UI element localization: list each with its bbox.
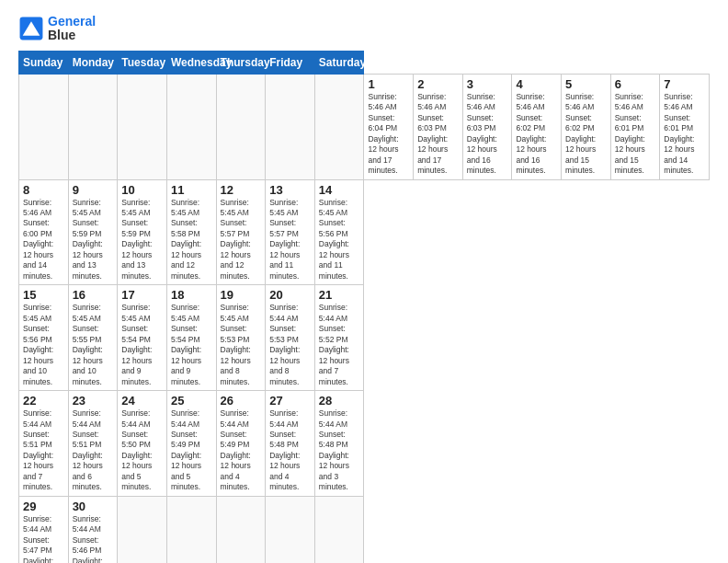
calendar-cell: [166, 74, 216, 179]
day-number: 7: [664, 77, 705, 91]
calendar-cell: 29Sunrise: 5:44 AMSunset: 5:47 PMDayligh…: [19, 496, 69, 563]
calendar-cell: [19, 74, 69, 179]
day-number: 9: [73, 183, 114, 197]
day-number: 23: [73, 394, 114, 408]
calendar-week-2: 8Sunrise: 5:46 AMSunset: 6:00 PMDaylight…: [19, 179, 710, 285]
weekday-header-tuesday: Tuesday: [118, 51, 167, 74]
weekday-header-sunday: Sunday: [19, 51, 69, 74]
day-info: Sunrise: 5:44 AMSunset: 5:51 PMDaylight:…: [23, 408, 53, 491]
weekday-header-monday: Monday: [68, 51, 118, 74]
calendar-cell: 21Sunrise: 5:44 AMSunset: 5:52 PMDayligh…: [314, 285, 364, 391]
day-info: Sunrise: 5:46 AMSunset: 6:01 PMDaylight:…: [664, 92, 694, 175]
calendar-cell: 24Sunrise: 5:44 AMSunset: 5:50 PMDayligh…: [118, 391, 167, 497]
day-number: 17: [121, 288, 163, 302]
day-number: 28: [319, 394, 360, 408]
calendar-cell: [314, 496, 364, 563]
day-number: 27: [269, 394, 311, 408]
day-number: 16: [73, 288, 114, 302]
day-number: 1: [368, 77, 409, 91]
day-number: 8: [23, 183, 64, 197]
calendar-cell: [166, 496, 216, 563]
day-info: Sunrise: 5:45 AMSunset: 5:56 PMDaylight:…: [319, 198, 349, 281]
calendar-cell: 19Sunrise: 5:45 AMSunset: 5:53 PMDayligh…: [216, 285, 266, 391]
calendar-week-5: 29Sunrise: 5:44 AMSunset: 5:47 PMDayligh…: [19, 496, 710, 563]
day-number: 30: [73, 500, 114, 513]
day-number: 29: [23, 500, 64, 513]
calendar-cell: 3Sunrise: 5:46 AMSunset: 6:03 PMDaylight…: [462, 74, 512, 179]
calendar-cell: [266, 496, 315, 563]
calendar-cell: 20Sunrise: 5:44 AMSunset: 5:53 PMDayligh…: [266, 285, 315, 391]
calendar-cell: 1Sunrise: 5:46 AMSunset: 6:04 PMDaylight…: [364, 74, 414, 179]
calendar-cell: 22Sunrise: 5:44 AMSunset: 5:51 PMDayligh…: [19, 391, 69, 497]
day-info: Sunrise: 5:45 AMSunset: 5:57 PMDaylight:…: [221, 198, 251, 281]
calendar-cell: 10Sunrise: 5:45 AMSunset: 5:59 PMDayligh…: [118, 179, 167, 285]
day-info: Sunrise: 5:46 AMSunset: 6:03 PMDaylight:…: [417, 92, 448, 175]
day-number: 6: [615, 77, 656, 91]
calendar-cell: 18Sunrise: 5:45 AMSunset: 5:54 PMDayligh…: [166, 285, 216, 391]
day-number: 22: [23, 394, 64, 408]
calendar-cell: [118, 74, 167, 179]
day-number: 12: [221, 183, 262, 197]
day-number: 21: [319, 288, 360, 302]
header: GeneralBlue: [18, 15, 710, 43]
calendar-cell: 2Sunrise: 5:46 AMSunset: 6:03 PMDaylight…: [414, 74, 463, 179]
day-info: Sunrise: 5:46 AMSunset: 6:02 PMDaylight:…: [565, 92, 596, 175]
day-number: 24: [121, 394, 163, 408]
calendar-week-1: 1Sunrise: 5:46 AMSunset: 6:04 PMDaylight…: [19, 74, 710, 179]
calendar-cell: 26Sunrise: 5:44 AMSunset: 5:49 PMDayligh…: [216, 391, 266, 497]
day-info: Sunrise: 5:44 AMSunset: 5:51 PMDaylight:…: [73, 408, 103, 491]
logo-text: GeneralBlue: [48, 15, 96, 43]
calendar-cell: 12Sunrise: 5:45 AMSunset: 5:57 PMDayligh…: [216, 179, 266, 285]
calendar-cell: 16Sunrise: 5:45 AMSunset: 5:55 PMDayligh…: [68, 285, 118, 391]
day-info: Sunrise: 5:45 AMSunset: 5:56 PMDaylight:…: [23, 303, 53, 385]
day-number: 15: [23, 288, 64, 302]
logo: GeneralBlue: [18, 15, 96, 43]
day-number: 19: [221, 288, 262, 302]
day-number: 10: [121, 183, 163, 197]
calendar-cell: 7Sunrise: 5:46 AMSunset: 6:01 PMDaylight…: [660, 74, 710, 179]
day-info: Sunrise: 5:45 AMSunset: 5:54 PMDaylight:…: [121, 303, 152, 385]
weekday-header-row: SundayMondayTuesdayWednesdayThursdayFrid…: [19, 51, 710, 74]
calendar-cell: 23Sunrise: 5:44 AMSunset: 5:51 PMDayligh…: [68, 391, 118, 497]
calendar-cell: 4Sunrise: 5:46 AMSunset: 6:02 PMDaylight…: [512, 74, 562, 179]
calendar-cell: 6Sunrise: 5:46 AMSunset: 6:01 PMDaylight…: [610, 74, 660, 179]
day-info: Sunrise: 5:46 AMSunset: 6:04 PMDaylight:…: [368, 92, 398, 175]
calendar-cell: [266, 74, 315, 179]
day-info: Sunrise: 5:44 AMSunset: 5:49 PMDaylight:…: [221, 408, 251, 491]
day-number: 11: [171, 183, 212, 197]
weekday-header-saturday: Saturday: [314, 51, 364, 74]
calendar-table: SundayMondayTuesdayWednesdayThursdayFrid…: [18, 51, 710, 563]
day-info: Sunrise: 5:45 AMSunset: 5:59 PMDaylight:…: [121, 198, 152, 281]
day-info: Sunrise: 5:44 AMSunset: 5:52 PMDaylight:…: [319, 303, 349, 385]
calendar-cell: [68, 74, 118, 179]
day-number: 26: [221, 394, 262, 408]
day-number: 4: [516, 77, 557, 91]
day-info: Sunrise: 5:45 AMSunset: 5:55 PMDaylight:…: [73, 303, 103, 385]
day-info: Sunrise: 5:46 AMSunset: 6:01 PMDaylight:…: [615, 92, 645, 175]
day-info: Sunrise: 5:46 AMSunset: 6:02 PMDaylight:…: [516, 92, 546, 175]
day-info: Sunrise: 5:46 AMSunset: 6:00 PMDaylight:…: [23, 198, 53, 281]
day-info: Sunrise: 5:44 AMSunset: 5:53 PMDaylight:…: [269, 303, 300, 385]
calendar-cell: 27Sunrise: 5:44 AMSunset: 5:48 PMDayligh…: [266, 391, 315, 497]
day-info: Sunrise: 5:45 AMSunset: 5:53 PMDaylight:…: [221, 303, 251, 385]
day-info: Sunrise: 5:46 AMSunset: 6:03 PMDaylight:…: [467, 92, 497, 175]
calendar-cell: 17Sunrise: 5:45 AMSunset: 5:54 PMDayligh…: [118, 285, 167, 391]
calendar-cell: 13Sunrise: 5:45 AMSunset: 5:57 PMDayligh…: [266, 179, 315, 285]
calendar-week-3: 15Sunrise: 5:45 AMSunset: 5:56 PMDayligh…: [19, 285, 710, 391]
day-number: 14: [319, 183, 360, 197]
day-info: Sunrise: 5:45 AMSunset: 5:58 PMDaylight:…: [171, 198, 201, 281]
calendar-cell: [314, 74, 364, 179]
weekday-header-friday: Friday: [266, 51, 315, 74]
calendar-cell: 11Sunrise: 5:45 AMSunset: 5:58 PMDayligh…: [166, 179, 216, 285]
weekday-header-thursday: Thursday: [216, 51, 266, 74]
day-number: 18: [171, 288, 212, 302]
calendar-cell: 15Sunrise: 5:45 AMSunset: 5:56 PMDayligh…: [19, 285, 69, 391]
calendar-cell: 25Sunrise: 5:44 AMSunset: 5:49 PMDayligh…: [166, 391, 216, 497]
calendar-cell: [118, 496, 167, 563]
day-info: Sunrise: 5:44 AMSunset: 5:46 PMDaylight:…: [73, 514, 103, 563]
day-number: 2: [417, 77, 459, 91]
logo-icon: [18, 16, 44, 41]
calendar-cell: 8Sunrise: 5:46 AMSunset: 6:00 PMDaylight…: [19, 179, 69, 285]
calendar-cell: 14Sunrise: 5:45 AMSunset: 5:56 PMDayligh…: [314, 179, 364, 285]
page: GeneralBlue SundayMondayTuesdayWednesday…: [0, 0, 728, 563]
